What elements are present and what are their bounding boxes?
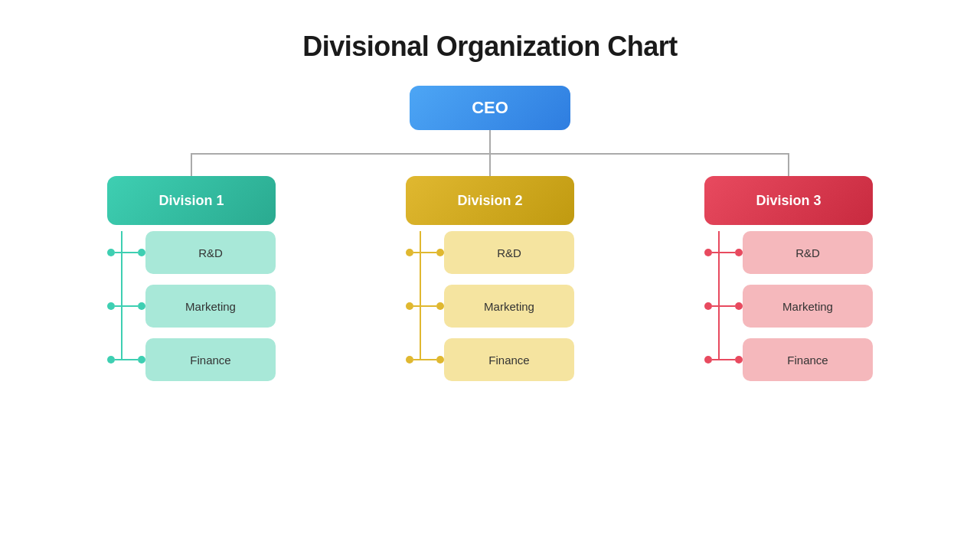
div3-item-marketing-label: Marketing [782, 300, 833, 313]
div3-v-drop [788, 153, 789, 176]
div3-item-finance-label: Finance [787, 354, 828, 367]
div3-dot-2 [704, 302, 712, 310]
org-chart: CEO Division 1 R&D [69, 86, 911, 551]
list-item: Marketing [107, 285, 276, 328]
div2-bullet-2 [436, 302, 444, 310]
list-item: Finance [107, 338, 276, 381]
list-item: Finance [406, 338, 574, 381]
div2-dot-1 [406, 249, 413, 256]
div2-item-finance: Finance [444, 338, 574, 381]
div1-bullet-1 [138, 249, 145, 256]
div2-h-line-1 [413, 252, 436, 253]
div1-dot-1 [107, 249, 115, 256]
div3-h-line-3 [712, 359, 735, 360]
div2-h-line-3 [413, 359, 436, 360]
div1-dot-3 [107, 356, 115, 364]
division-2-subitems: R&D Marketing Finance [406, 231, 574, 381]
div2-v-drop [489, 153, 491, 176]
div2-h-line-2 [413, 305, 436, 307]
div2-item-marketing: Marketing [444, 285, 574, 328]
div3-item-rd-label: R&D [795, 246, 820, 259]
div2-bullet-1 [436, 249, 444, 256]
list-item: R&D [406, 231, 574, 274]
div1-h-line-2 [115, 305, 138, 307]
div2-bullet-3 [436, 356, 444, 364]
division-3-label: Division 3 [756, 193, 821, 209]
div2-item-finance-label: Finance [488, 354, 529, 367]
ceo-box: CEO [410, 86, 570, 130]
div3-item-marketing: Marketing [743, 285, 873, 328]
division-1-subitems: R&D Marketing Finance [107, 231, 276, 381]
div2-item-rd-label: R&D [497, 246, 521, 259]
div1-item-finance: Finance [145, 338, 276, 381]
page-title: Divisional Organization Chart [302, 31, 678, 63]
div2-dot-2 [406, 302, 413, 310]
div1-bullet-2 [138, 302, 145, 310]
division-1-label: Division 1 [158, 193, 224, 209]
divisions-row: Division 1 R&D Marketing [69, 153, 911, 381]
division-3-box: Division 3 [704, 176, 873, 225]
division-2-box: Division 2 [406, 176, 574, 225]
div3-dot-1 [704, 249, 712, 256]
list-item: R&D [704, 231, 873, 274]
div1-h-line-3 [115, 359, 138, 360]
division-3-subitems: R&D Marketing Finance [704, 231, 873, 381]
div2-item-marketing-label: Marketing [484, 300, 534, 313]
div3-item-finance: Finance [743, 338, 873, 381]
div1-v-drop [191, 153, 192, 176]
list-item: Marketing [406, 285, 574, 328]
ceo-label: CEO [472, 98, 508, 118]
div2-item-rd: R&D [444, 231, 574, 274]
list-item: R&D [107, 231, 276, 274]
div3-bullet-2 [735, 302, 743, 310]
div3-item-rd: R&D [743, 231, 873, 274]
div2-dot-3 [406, 356, 413, 364]
div1-item-rd: R&D [145, 231, 276, 274]
div1-item-marketing: Marketing [145, 285, 276, 328]
div1-item-rd-label: R&D [198, 246, 223, 259]
div3-h-line-2 [712, 305, 735, 307]
div1-item-marketing-label: Marketing [185, 300, 236, 313]
div3-bullet-3 [735, 356, 743, 364]
div1-item-finance-label: Finance [190, 354, 230, 367]
div3-h-line-1 [712, 252, 735, 253]
div3-dot-3 [704, 356, 712, 364]
ceo-v-connector [489, 130, 491, 155]
division-2-label: Division 2 [457, 193, 522, 209]
division-col-1: Division 1 R&D Marketing [107, 153, 276, 381]
division-1-box: Division 1 [107, 176, 276, 225]
div3-bullet-1 [735, 249, 743, 256]
list-item: Marketing [704, 285, 873, 328]
div1-bullet-3 [138, 356, 145, 364]
division-col-3: Division 3 R&D Marketing [704, 153, 873, 381]
div1-h-line-1 [115, 252, 138, 253]
div1-dot-2 [107, 302, 115, 310]
list-item: Finance [704, 338, 873, 381]
division-col-2: Division 2 R&D Marketing [406, 153, 574, 381]
